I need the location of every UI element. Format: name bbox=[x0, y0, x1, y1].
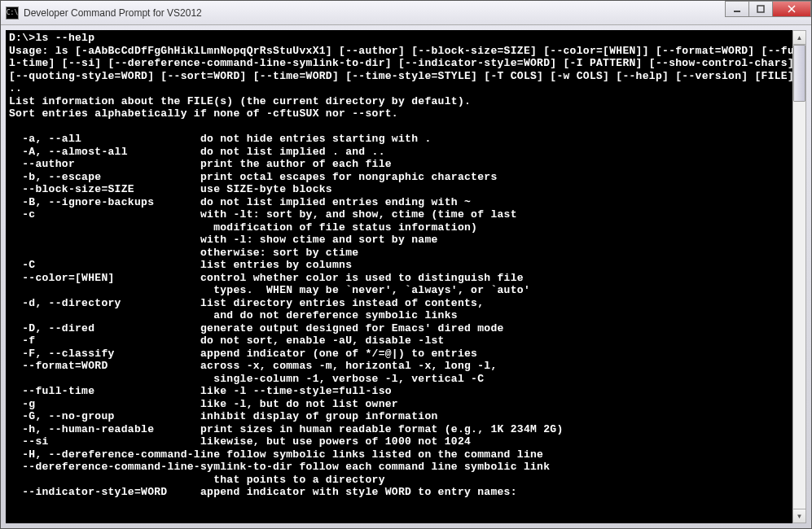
svg-rect-1 bbox=[757, 6, 764, 12]
svg-rect-0 bbox=[734, 11, 740, 12]
minimize-icon bbox=[733, 5, 741, 13]
terminal-output[interactable]: D:\>ls --help Usage: ls [-aAbBcCdDfFgGhH… bbox=[6, 30, 792, 523]
window-titlebar: C:\ Developer Command Prompt for VS2012 bbox=[1, 1, 811, 25]
close-icon bbox=[788, 5, 796, 13]
vertical-scrollbar[interactable]: ▲ ▼ bbox=[792, 30, 806, 523]
close-button[interactable] bbox=[772, 1, 811, 17]
scroll-up-button[interactable]: ▲ bbox=[793, 31, 805, 45]
maximize-icon bbox=[757, 5, 765, 13]
scroll-down-button[interactable]: ▼ bbox=[793, 509, 805, 522]
content-area: D:\>ls --help Usage: ls [-aAbBcCdDfFgGhH… bbox=[1, 25, 811, 528]
window-title: Developer Command Prompt for VS2012 bbox=[24, 7, 726, 19]
chevron-up-icon: ▲ bbox=[797, 34, 803, 42]
window-controls bbox=[726, 1, 811, 17]
chevron-down-icon: ▼ bbox=[797, 513, 803, 520]
scroll-thumb[interactable] bbox=[793, 45, 805, 102]
minimize-button[interactable] bbox=[725, 1, 749, 17]
app-icon: C:\ bbox=[6, 7, 19, 20]
maximize-button[interactable] bbox=[748, 1, 773, 17]
